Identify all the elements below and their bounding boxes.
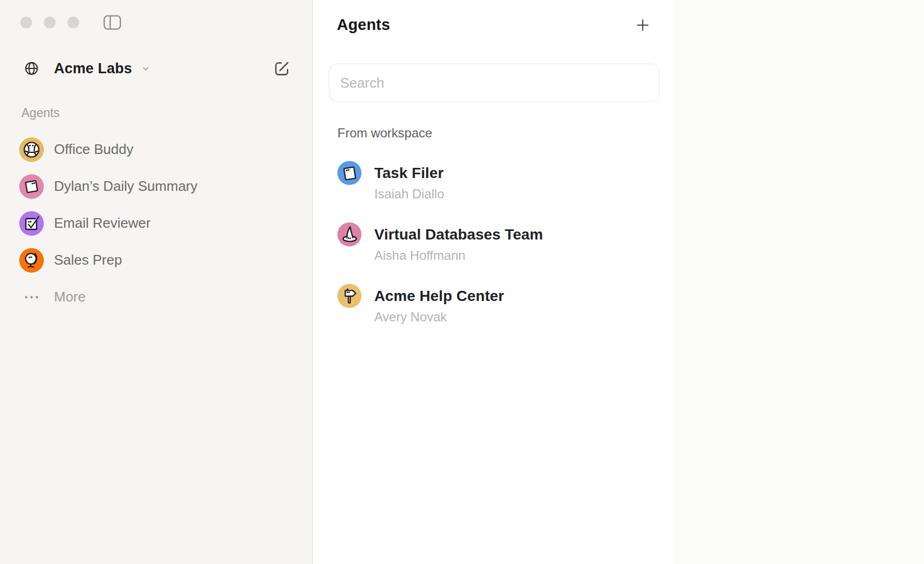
sidebar-section-label: Agents [21, 106, 60, 120]
sidebar-agent-list: Office Buddy Dylan’s Daily Summary [0, 131, 313, 315]
wizard-hat-face-icon [337, 222, 361, 246]
compose-icon [273, 59, 291, 78]
agent-text: Acme Help Center Avery Novak [374, 287, 504, 325]
desk-globe-face-icon [19, 248, 44, 273]
sidebar-item-sales-prep[interactable]: Sales Prep [0, 242, 313, 279]
search-field [329, 64, 659, 102]
ellipsis-icon [19, 295, 44, 300]
note-face-icon [19, 174, 44, 199]
chevron-down-icon [141, 64, 151, 74]
sidebar-item-office-buddy[interactable]: Office Buddy [0, 131, 313, 168]
plus-icon [634, 17, 651, 34]
workspace-switcher[interactable]: Acme Labs [24, 58, 151, 79]
sidebar: Acme Labs Agents [0, 0, 313, 564]
agent-list: Task Filer Isaiah Diallo Virtual Databas… [313, 150, 675, 334]
sidebar-item-more[interactable]: More [0, 279, 313, 315]
beachball-face-icon [19, 137, 44, 162]
agent-owner: Avery Novak [374, 309, 504, 325]
agent-name: Task Filer [374, 164, 444, 183]
sidebar-item-email-reviewer[interactable]: Email Reviewer [0, 205, 313, 242]
sidebar-item-label: Sales Prep [54, 252, 122, 268]
zoom-button[interactable] [67, 17, 79, 28]
agent-name: Virtual Databases Team [374, 225, 543, 244]
note-face-icon [337, 161, 361, 185]
search-input[interactable] [329, 64, 659, 102]
workspace-name: Acme Labs [54, 60, 132, 77]
panel-title: Agents [337, 16, 390, 34]
close-button[interactable] [20, 17, 32, 28]
checkbox-face-icon [19, 211, 44, 236]
sidebar-toggle-button[interactable] [103, 14, 122, 30]
agent-text: Task Filer Isaiah Diallo [374, 164, 444, 202]
sidebar-toggle-icon [103, 15, 121, 30]
sidebar-item-label: Office Buddy [54, 141, 133, 158]
more-label: More [54, 289, 86, 305]
agent-row-virtual-databases-team[interactable]: Virtual Databases Team Aisha Hoffmann [313, 211, 675, 273]
compose-button[interactable] [272, 58, 292, 79]
signpost-face-icon [337, 284, 361, 308]
agent-owner: Aisha Hoffmann [374, 248, 543, 264]
add-agent-button[interactable] [634, 16, 652, 34]
window-controls [20, 17, 79, 28]
agent-owner: Isaiah Diallo [374, 186, 444, 202]
sidebar-item-label: Dylan’s Daily Summary [54, 178, 197, 195]
content-area [675, 0, 924, 564]
globe-icon [24, 60, 40, 76]
minimize-button[interactable] [44, 17, 56, 28]
agent-row-acme-help-center[interactable]: Acme Help Center Avery Novak [313, 273, 675, 334]
sidebar-item-label: Email Reviewer [54, 215, 151, 231]
from-workspace-label: From workspace [337, 126, 432, 141]
agents-panel: Agents From workspace [313, 0, 675, 564]
app-window: Acme Labs Agents [0, 0, 924, 564]
agent-name: Acme Help Center [374, 287, 504, 306]
sidebar-item-dylans-daily-summary[interactable]: Dylan’s Daily Summary [0, 168, 313, 205]
agent-text: Virtual Databases Team Aisha Hoffmann [374, 225, 543, 264]
agent-row-task-filer[interactable]: Task Filer Isaiah Diallo [313, 150, 675, 211]
